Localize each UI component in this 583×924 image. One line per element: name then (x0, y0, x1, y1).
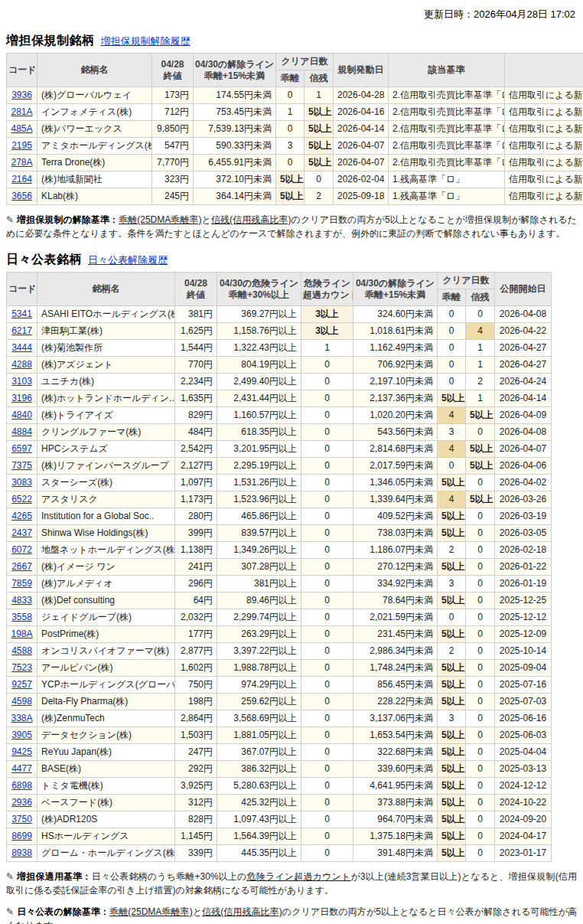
stock-name-cell: ReYuu Japan(株) (37, 744, 175, 761)
danger-count-cell: 0 (301, 357, 353, 374)
shinzan-days-cell: 1 (466, 340, 495, 357)
release-line-cell: 231.45円未満 (353, 626, 438, 643)
note-text: と (202, 214, 211, 225)
danger-line-cell: 1,881.05円以上 (217, 727, 301, 744)
stock-code-link[interactable]: 6072 (7, 542, 37, 559)
stock-code-link[interactable]: 7523 (7, 660, 37, 677)
open-date-cell: 2025-06-16 (495, 710, 552, 727)
close-price-cell: 1,173円 (175, 491, 217, 508)
stock-code-link[interactable]: 2195 (7, 138, 37, 155)
open-date-cell: 2025-12-25 (495, 593, 552, 609)
stock-code-link[interactable]: 4840 (7, 407, 37, 424)
hibi-history-link[interactable]: 日々公表解除履歴 (88, 253, 168, 267)
danger-count-cell: 0 (301, 795, 353, 811)
col-header-name: 銘柄名 (37, 54, 152, 87)
kairi-days-cell: 5以上 (438, 677, 466, 694)
stock-code-link[interactable]: 6597 (7, 441, 37, 458)
stock-code-link[interactable]: 2667 (7, 559, 37, 576)
close-price-cell: 2,877円 (175, 643, 217, 660)
kairi-days-cell: 5以上 (438, 694, 466, 710)
release-line-cell: 964.70円未満 (353, 811, 438, 828)
kairi-days-cell: 5以上 (438, 811, 466, 828)
stock-code-link[interactable]: 4833 (7, 593, 37, 609)
stock-code-link[interactable]: 3656 (7, 188, 37, 205)
open-date-cell: 2025-09-04 (495, 660, 552, 677)
regulation-date-cell: 2026-04-28 (334, 87, 389, 104)
kairi-days-cell: 5以上 (276, 171, 305, 188)
danger-line-cell: 974.29円以上 (217, 677, 301, 694)
stock-code-link[interactable]: 3905 (7, 727, 37, 744)
stock-code-link[interactable]: 9257 (7, 677, 37, 694)
stock-code-link[interactable]: 3750 (7, 811, 37, 828)
stock-code-link[interactable]: 2437 (7, 525, 37, 542)
danger-line-cell: 3,397.22円以上 (217, 643, 301, 660)
stock-code-link[interactable]: 3103 (7, 374, 37, 390)
stock-code-link[interactable]: 4477 (7, 761, 37, 778)
stock-code-link[interactable]: 8938 (7, 845, 37, 862)
table-row: 3103 ユニチカ(株) 2,234円 2,499.40円以上 0 2,197.… (7, 374, 552, 390)
danger-line-cell: 381円以上 (217, 576, 301, 593)
section-header-masho: 増担保規制銘柄 増担保規制解除履歴 (6, 33, 583, 49)
stock-code-link[interactable]: 3444 (7, 340, 37, 357)
stock-code-link[interactable]: 3936 (7, 87, 37, 104)
stock-code-link[interactable]: 6898 (7, 778, 37, 795)
stock-code-link[interactable]: 338A (7, 710, 37, 727)
table-row: 9425 ReYuu Japan(株) 247円 367.07円以上 0 322… (7, 744, 552, 761)
col-header-danger-count: 危険ライン 超過カウント (301, 273, 353, 306)
close-price-cell: 247円 (175, 744, 217, 761)
stock-code-link[interactable]: 3558 (7, 609, 37, 626)
open-date-cell: 2026-02-18 (495, 542, 552, 559)
release-line-cell: 738.03円未満 (353, 525, 438, 542)
stock-name-cell: アスタリスク (37, 491, 175, 508)
open-date-cell: 2026-03-05 (495, 525, 552, 542)
shinzan-days-cell: 2 (466, 374, 495, 390)
release-line-cell: 2,137.36円未満 (353, 390, 438, 407)
stock-code-link[interactable]: 3196 (7, 390, 37, 407)
danger-line-cell: 5,280.63円以上 (217, 778, 301, 795)
close-price-cell: 1,602円 (175, 660, 217, 677)
masho-apply-criteria-note: ✎増担保適用基準：日々公表銘柄のうち乖離+30%以上の危険ライン超過カウントが3… (6, 870, 577, 897)
shinzan-days-cell: 0 (466, 593, 495, 609)
shinzan-days-cell: 0 (466, 660, 495, 677)
stock-code-link[interactable]: 6217 (7, 323, 37, 340)
shinzan-days-cell: 0 (466, 778, 495, 795)
close-price-cell: 484円 (175, 424, 217, 441)
stock-code-link[interactable]: 5341 (7, 306, 37, 323)
stock-code-link[interactable]: 7375 (7, 458, 37, 475)
masho-history-link[interactable]: 増担保規制解除履歴 (101, 34, 191, 48)
stock-code-link[interactable]: 2936 (7, 795, 37, 811)
stock-name-cell: クリングルファーマ(株) (37, 424, 175, 441)
stock-code-link[interactable]: 8699 (7, 828, 37, 845)
stock-code-link[interactable]: 278A (7, 155, 37, 171)
open-date-cell: 2024-04-17 (495, 828, 552, 845)
danger-count-cell: 0 (301, 761, 353, 778)
stock-code-link[interactable]: 2164 (7, 171, 37, 188)
stock-code-link[interactable]: 4288 (7, 357, 37, 374)
shinzan-days-cell: 0 (466, 727, 495, 744)
stock-code-link[interactable]: 4265 (7, 508, 37, 525)
stock-code-link[interactable]: 6522 (7, 491, 37, 508)
stock-code-link[interactable]: 7859 (7, 576, 37, 593)
danger-count-cell: 0 (301, 576, 353, 593)
open-date-cell: 2026-04-27 (495, 340, 552, 357)
stock-code-link[interactable]: 4598 (7, 694, 37, 710)
stock-code-link[interactable]: 485A (7, 121, 37, 138)
stock-code-link[interactable]: 3083 (7, 475, 37, 491)
stock-name-cell: (株)アズジェント (37, 357, 175, 374)
close-price-cell: 245円 (152, 188, 194, 205)
table-row: 9257 YCPホールディングス(グローバ.. 750円 974.29円以上 0… (7, 677, 552, 694)
danger-count-cell: 0 (301, 441, 353, 458)
stock-code-link[interactable]: 9425 (7, 744, 37, 761)
stock-code-link[interactable]: 4884 (7, 424, 37, 441)
stock-code-link[interactable]: 198A (7, 626, 37, 643)
kairi-days-cell: 0 (438, 374, 466, 390)
stock-code-link[interactable]: 4588 (7, 643, 37, 660)
update-timestamp: 更新日時：2026年04月28日 17:02 (0, 0, 583, 21)
stock-name-cell: (株)リファインバースグループ (37, 458, 175, 475)
danger-count-cell: 0 (301, 508, 353, 525)
stock-code-link[interactable]: 281A (7, 104, 37, 121)
table-row: 6072 地盤ネットホールディングス(株) 1,138円 1,349.26円以上… (7, 542, 552, 559)
table-row: 485A (株)パワーエックス 9,850円 7,539.13円未満 0 5以上… (7, 121, 583, 138)
section-header-hibi: 日々公表銘柄 日々公表解除履歴 (6, 252, 583, 268)
hibi-release-criteria-note: ✎日々公表の解除基準：乖離(25DMA乖離率)と信残(信用残高比率)のクリア日数… (6, 905, 577, 924)
